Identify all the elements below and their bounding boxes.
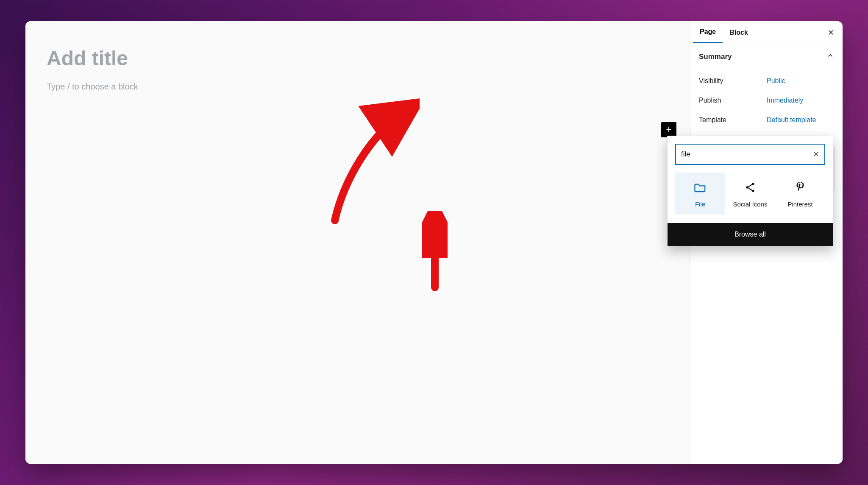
browse-all-button[interactable]: Browse all (668, 223, 833, 246)
plus-icon: + (666, 124, 672, 135)
svg-point-1 (746, 186, 748, 188)
visibility-label: Visibility (699, 77, 767, 85)
share-icon (728, 180, 773, 195)
template-label: Template (699, 116, 767, 124)
block-option-pinterest[interactable]: Pinterest (775, 173, 825, 215)
block-option-social-label: Social Icons (728, 201, 773, 208)
publish-label: Publish (699, 97, 767, 104)
tab-page[interactable]: Page (693, 22, 723, 43)
row-publish: Publish Immediately (699, 91, 834, 110)
post-body-placeholder[interactable]: Type / to choose a block (47, 82, 673, 92)
chevron-up-icon (826, 52, 834, 61)
block-search-query: file (681, 150, 690, 159)
template-value[interactable]: Default template (767, 116, 816, 124)
visibility-value[interactable]: Public (767, 77, 785, 85)
close-icon: ✕ (828, 28, 834, 37)
summary-title: Summary (699, 53, 732, 61)
add-block-button[interactable]: + (661, 122, 676, 137)
pinterest-icon (778, 180, 823, 195)
post-title-input[interactable]: Add title (47, 47, 673, 70)
svg-point-2 (752, 190, 754, 192)
summary-panel-header[interactable]: Summary (690, 44, 843, 70)
editor-canvas: Add title Type / to choose a block + (25, 21, 690, 464)
summary-rows: Visibility Public Publish Immediately Te… (690, 70, 843, 138)
block-inserter-popover: file ✕ File Social Icons (667, 136, 833, 246)
folder-icon (678, 180, 723, 195)
block-option-file[interactable]: File (675, 173, 725, 215)
block-option-social-icons[interactable]: Social Icons (725, 173, 775, 215)
text-caret (691, 150, 691, 159)
row-template: Template Default template (699, 110, 834, 130)
block-option-pinterest-label: Pinterest (778, 201, 823, 208)
block-results-grid: File Social Icons Pinterest (668, 173, 833, 223)
close-sidebar-button[interactable]: ✕ (822, 28, 840, 37)
editor-window: Add title Type / to choose a block + Pag… (25, 21, 843, 464)
block-search-input[interactable]: file ✕ (675, 144, 825, 165)
block-option-file-label: File (678, 201, 723, 208)
row-visibility: Visibility Public (699, 71, 834, 91)
clear-search-button[interactable]: ✕ (813, 150, 819, 159)
svg-point-0 (752, 183, 754, 185)
publish-value[interactable]: Immediately (767, 97, 803, 104)
sidebar-tabs: Page Block ✕ (690, 21, 843, 44)
tab-block[interactable]: Block (723, 22, 755, 43)
close-icon: ✕ (813, 150, 819, 159)
